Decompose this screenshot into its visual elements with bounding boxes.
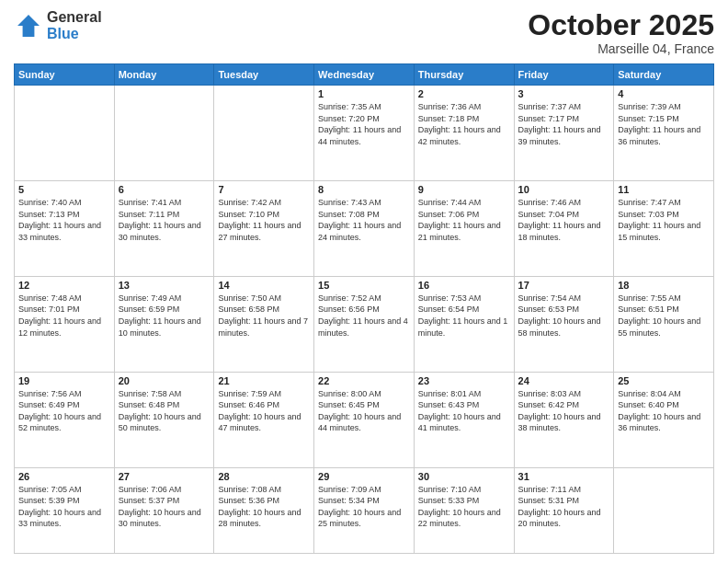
day-info: Sunrise: 7:46 AM Sunset: 7:04 PM Dayligh…: [518, 197, 610, 243]
calendar-cell: 31Sunrise: 7:11 AM Sunset: 5:31 PM Dayli…: [514, 467, 614, 554]
day-number: 15: [318, 280, 410, 291]
day-info: Sunrise: 7:10 AM Sunset: 5:33 PM Dayligh…: [418, 484, 510, 530]
day-info: Sunrise: 7:44 AM Sunset: 7:06 PM Dayligh…: [418, 197, 510, 243]
calendar-cell: [114, 86, 214, 181]
week-row-4: 26Sunrise: 7:05 AM Sunset: 5:39 PM Dayli…: [15, 467, 714, 554]
logo-general: General: [47, 9, 102, 26]
calendar-cell: 18Sunrise: 7:55 AM Sunset: 6:51 PM Dayli…: [614, 276, 714, 372]
calendar-cell: 14Sunrise: 7:50 AM Sunset: 6:58 PM Dayli…: [214, 276, 314, 372]
day-number: 9: [418, 184, 510, 195]
day-info: Sunrise: 7:35 AM Sunset: 7:20 PM Dayligh…: [318, 101, 410, 147]
day-number: 29: [318, 471, 410, 482]
calendar-cell: [214, 86, 314, 181]
calendar-cell: 24Sunrise: 8:03 AM Sunset: 6:42 PM Dayli…: [514, 372, 614, 467]
calendar-cell: 30Sunrise: 7:10 AM Sunset: 5:33 PM Dayli…: [414, 467, 514, 554]
day-number: 28: [218, 471, 310, 482]
day-number: 6: [119, 184, 210, 195]
header-wednesday: Wednesday: [314, 64, 415, 86]
calendar-cell: 21Sunrise: 7:59 AM Sunset: 6:46 PM Dayli…: [214, 372, 314, 467]
day-number: 14: [218, 280, 310, 291]
day-number: 1: [318, 88, 410, 99]
location-subtitle: Marseille 04, France: [528, 41, 714, 56]
day-number: 7: [218, 184, 310, 195]
calendar-cell: 4Sunrise: 7:39 AM Sunset: 7:15 PM Daylig…: [614, 86, 714, 181]
day-number: 20: [119, 375, 210, 386]
title-block: October 2025 Marseille 04, France: [528, 9, 714, 56]
day-info: Sunrise: 7:36 AM Sunset: 7:18 PM Dayligh…: [418, 101, 510, 147]
day-info: Sunrise: 7:08 AM Sunset: 5:36 PM Dayligh…: [218, 484, 310, 530]
logo-text: General Blue: [47, 9, 102, 41]
day-number: 19: [18, 375, 110, 386]
header-sunday: Sunday: [15, 64, 115, 86]
day-number: 26: [18, 471, 110, 482]
day-info: Sunrise: 7:49 AM Sunset: 6:59 PM Dayligh…: [119, 293, 210, 339]
day-info: Sunrise: 7:11 AM Sunset: 5:31 PM Dayligh…: [518, 484, 610, 530]
day-number: 22: [318, 375, 410, 386]
day-number: 12: [18, 280, 110, 291]
day-number: 25: [618, 375, 710, 386]
header-thursday: Thursday: [414, 64, 514, 86]
calendar-cell: 9Sunrise: 7:44 AM Sunset: 7:06 PM Daylig…: [414, 181, 514, 277]
week-row-3: 19Sunrise: 7:56 AM Sunset: 6:49 PM Dayli…: [15, 372, 714, 467]
header: General Blue October 2025 Marseille 04, …: [14, 9, 714, 56]
day-info: Sunrise: 8:01 AM Sunset: 6:43 PM Dayligh…: [418, 388, 510, 434]
day-info: Sunrise: 7:54 AM Sunset: 6:53 PM Dayligh…: [518, 293, 610, 339]
logo: General Blue: [14, 9, 102, 41]
calendar-cell: 12Sunrise: 7:48 AM Sunset: 7:01 PM Dayli…: [15, 276, 115, 372]
calendar-cell: 6Sunrise: 7:41 AM Sunset: 7:11 PM Daylig…: [114, 181, 214, 277]
header-saturday: Saturday: [614, 64, 714, 86]
day-number: 5: [18, 184, 110, 195]
day-info: Sunrise: 7:06 AM Sunset: 5:37 PM Dayligh…: [119, 484, 210, 530]
day-number: 10: [518, 184, 610, 195]
calendar-cell: 10Sunrise: 7:46 AM Sunset: 7:04 PM Dayli…: [514, 181, 614, 277]
day-number: 21: [218, 375, 310, 386]
calendar: Sunday Monday Tuesday Wednesday Thursday…: [14, 63, 714, 554]
calendar-cell: 20Sunrise: 7:58 AM Sunset: 6:48 PM Dayli…: [114, 372, 214, 467]
day-info: Sunrise: 8:03 AM Sunset: 6:42 PM Dayligh…: [518, 388, 610, 434]
calendar-cell: 28Sunrise: 7:08 AM Sunset: 5:36 PM Dayli…: [214, 467, 314, 554]
week-row-0: 1Sunrise: 7:35 AM Sunset: 7:20 PM Daylig…: [15, 86, 714, 181]
day-info: Sunrise: 7:43 AM Sunset: 7:08 PM Dayligh…: [318, 197, 410, 243]
day-number: 17: [518, 280, 610, 291]
day-number: 27: [119, 471, 210, 482]
day-info: Sunrise: 7:50 AM Sunset: 6:58 PM Dayligh…: [218, 293, 310, 339]
calendar-cell: [15, 86, 115, 181]
day-info: Sunrise: 7:59 AM Sunset: 6:46 PM Dayligh…: [218, 388, 310, 434]
calendar-cell: 16Sunrise: 7:53 AM Sunset: 6:54 PM Dayli…: [414, 276, 514, 372]
calendar-cell: 5Sunrise: 7:40 AM Sunset: 7:13 PM Daylig…: [15, 181, 115, 277]
day-info: Sunrise: 7:52 AM Sunset: 6:56 PM Dayligh…: [318, 293, 410, 339]
day-number: 31: [518, 471, 610, 482]
calendar-cell: 27Sunrise: 7:06 AM Sunset: 5:37 PM Dayli…: [114, 467, 214, 554]
calendar-cell: 22Sunrise: 8:00 AM Sunset: 6:45 PM Dayli…: [314, 372, 415, 467]
day-info: Sunrise: 8:04 AM Sunset: 6:40 PM Dayligh…: [618, 388, 710, 434]
day-info: Sunrise: 7:55 AM Sunset: 6:51 PM Dayligh…: [618, 293, 710, 339]
calendar-cell: 7Sunrise: 7:42 AM Sunset: 7:10 PM Daylig…: [214, 181, 314, 277]
day-info: Sunrise: 7:09 AM Sunset: 5:34 PM Dayligh…: [318, 484, 410, 530]
day-info: Sunrise: 7:42 AM Sunset: 7:10 PM Dayligh…: [218, 197, 310, 243]
header-friday: Friday: [514, 64, 614, 86]
week-row-2: 12Sunrise: 7:48 AM Sunset: 7:01 PM Dayli…: [15, 276, 714, 372]
week-row-1: 5Sunrise: 7:40 AM Sunset: 7:13 PM Daylig…: [15, 181, 714, 277]
logo-blue: Blue: [47, 26, 102, 42]
day-info: Sunrise: 7:37 AM Sunset: 7:17 PM Dayligh…: [518, 101, 610, 147]
calendar-cell: 3Sunrise: 7:37 AM Sunset: 7:17 PM Daylig…: [514, 86, 614, 181]
header-tuesday: Tuesday: [214, 64, 314, 86]
header-monday: Monday: [114, 64, 214, 86]
svg-marker-0: [17, 15, 40, 37]
day-info: Sunrise: 7:40 AM Sunset: 7:13 PM Dayligh…: [18, 197, 110, 243]
day-number: 11: [618, 184, 710, 195]
calendar-cell: 17Sunrise: 7:54 AM Sunset: 6:53 PM Dayli…: [514, 276, 614, 372]
day-number: 4: [618, 88, 710, 99]
day-number: 2: [418, 88, 510, 99]
day-info: Sunrise: 7:39 AM Sunset: 7:15 PM Dayligh…: [618, 101, 710, 147]
calendar-cell: 19Sunrise: 7:56 AM Sunset: 6:49 PM Dayli…: [15, 372, 115, 467]
month-title: October 2025: [528, 9, 714, 41]
calendar-cell: 1Sunrise: 7:35 AM Sunset: 7:20 PM Daylig…: [314, 86, 415, 181]
day-info: Sunrise: 7:56 AM Sunset: 6:49 PM Dayligh…: [18, 388, 110, 434]
calendar-cell: 8Sunrise: 7:43 AM Sunset: 7:08 PM Daylig…: [314, 181, 415, 277]
calendar-cell: 26Sunrise: 7:05 AM Sunset: 5:39 PM Dayli…: [15, 467, 115, 554]
calendar-cell: 11Sunrise: 7:47 AM Sunset: 7:03 PM Dayli…: [614, 181, 714, 277]
day-info: Sunrise: 8:00 AM Sunset: 6:45 PM Dayligh…: [318, 388, 410, 434]
day-number: 16: [418, 280, 510, 291]
day-number: 8: [318, 184, 410, 195]
